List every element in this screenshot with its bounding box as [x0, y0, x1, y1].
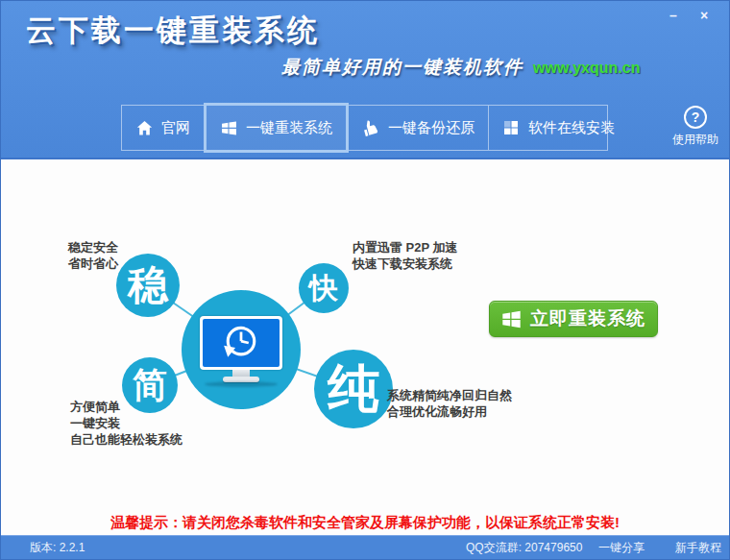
desc-line: 自己也能轻松装系统 [70, 431, 182, 448]
thumb-up-icon [362, 119, 379, 136]
site-url-link[interactable]: www.yxqun.cn [533, 60, 640, 77]
windows-icon [220, 119, 237, 136]
close-button[interactable]: × [693, 6, 716, 25]
desc-line: 方便简单 [70, 399, 182, 415]
one-click-share-link[interactable]: 一键分享 [598, 536, 645, 559]
reinstall-button-label: 立即重装系统 [530, 306, 645, 331]
app-title: 云下载一键重装系统 [26, 11, 320, 51]
qq-group-label: QQ交流群: 207479650 [466, 536, 582, 559]
app-window: 云下载一键重装系统 最简单好用的一键装机软件 www.yxqun.cn – × … [0, 0, 730, 560]
tagline-wrap: 最简单好用的一键装机软件 www.yxqun.cn [281, 55, 640, 80]
feature-desc-fast: 内置迅雷 P2P 加速 快速下载安装系统 [353, 239, 458, 272]
desc-line: 快速下载安装系统 [353, 256, 458, 272]
feature-bubble-fast: 快 [299, 263, 349, 313]
desc-line: 一键安装 [70, 415, 182, 431]
nav-item-official-site[interactable]: 官网 [122, 106, 204, 150]
header: 云下载一键重装系统 最简单好用的一键装机软件 www.yxqun.cn – × … [1, 1, 729, 159]
help-button[interactable]: ? 使用帮助 [670, 106, 720, 148]
desc-line: 内置迅雷 P2P 加速 [353, 239, 458, 256]
desc-line: 省时省心 [68, 256, 118, 272]
nav-item-reinstall-system[interactable]: 一键重装系统 [204, 103, 349, 153]
windows-flag-icon [501, 309, 522, 329]
monitor-shadow [205, 381, 278, 387]
nav-item-label: 一键重装系统 [246, 119, 332, 137]
version-label: 版本: 2.2.1 [30, 536, 85, 559]
feature-desc-pure: 系统精简纯净回归自然 合理优化流畅好用 [387, 387, 512, 420]
home-icon [135, 119, 153, 136]
grid-icon [502, 119, 520, 136]
desc-line: 合理优化流畅好用 [387, 403, 512, 420]
nav-item-label: 一键备份还原 [388, 119, 474, 137]
desc-line: 系统精简纯净回归自然 [387, 387, 512, 403]
feature-desc-stable: 稳定安全 省时省心 [68, 239, 118, 272]
nav-item-label: 官网 [161, 119, 190, 137]
nav-item-backup-restore[interactable]: 一键备份还原 [349, 106, 489, 150]
feature-bubble-stable: 稳 [116, 254, 180, 317]
feature-bubble-pure: 纯 [314, 350, 393, 428]
feature-desc-simple: 方便简单 一键安装 自己也能轻松装系统 [70, 399, 182, 448]
question-mark-icon: ? [684, 106, 707, 129]
minimize-button[interactable]: – [662, 6, 685, 25]
beginner-tutorial-link[interactable]: 新手教程 [675, 536, 721, 559]
desc-line: 稳定安全 [68, 239, 118, 256]
warning-notice: 温馨提示：请关闭您杀毒软件和安全管家及屏幕保护功能，以保证系统正常安装! [1, 514, 729, 532]
help-label: 使用帮助 [670, 132, 720, 148]
nav-bar: 官网 一键重装系统 [121, 105, 608, 151]
tagline: 最简单好用的一键装机软件 [281, 55, 523, 80]
nav-item-online-install[interactable]: 软件在线安装 [489, 106, 628, 150]
reinstall-now-button[interactable]: 立即重装系统 [489, 301, 658, 337]
history-clock-icon [220, 322, 262, 364]
nav-item-label: 软件在线安装 [528, 119, 615, 137]
status-bar: 版本: 2.2.1 QQ交流群: 207479650 一键分享 新手教程 [1, 535, 729, 559]
